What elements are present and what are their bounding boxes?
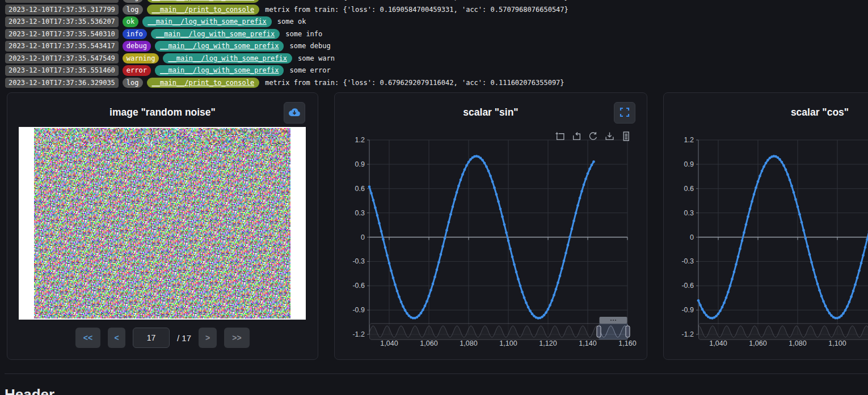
log-source-badge: __main__/log_with_some_prefix: [142, 16, 272, 27]
y-axis-label: -0.6: [681, 282, 694, 290]
data-point: [456, 191, 458, 194]
page-number-input[interactable]: [133, 328, 170, 348]
last-page-button[interactable]: >>: [224, 328, 250, 348]
data-point: [489, 175, 492, 177]
x-axis-label: 1,120: [539, 339, 557, 347]
data-point: [384, 246, 387, 249]
data-point: [525, 301, 528, 304]
data-point: [727, 291, 730, 294]
data-point: [858, 269, 861, 272]
data-point: [583, 184, 585, 186]
data-point: [864, 246, 867, 249]
data-point: [782, 164, 785, 167]
first-page-button[interactable]: <<: [75, 328, 100, 348]
random-noise-image: [34, 128, 290, 318]
data-point: [505, 231, 508, 234]
data-point: [820, 295, 823, 298]
data-point: [762, 165, 765, 168]
data-point: [576, 204, 579, 207]
x-axis-label: 1,160: [618, 339, 636, 347]
data-point: [541, 316, 543, 318]
data-point: [802, 229, 805, 232]
data-point: [441, 245, 444, 248]
data-point: [826, 309, 829, 312]
log-row: 2023-12-10T17:37:36.329035 log __main__/…: [5, 78, 568, 88]
data-point: [418, 314, 420, 317]
data-point: [800, 221, 803, 224]
prev-page-button[interactable]: <: [108, 328, 125, 348]
refresh-icon[interactable]: [588, 131, 598, 141]
slider-handle-right[interactable]: [626, 326, 630, 337]
log-row: 2023-12-10T17:37:35.551460 error __main_…: [5, 65, 568, 76]
log-level-badge: log: [123, 78, 143, 88]
data-point: [856, 277, 859, 279]
data-point: [386, 254, 389, 257]
data-point: [457, 185, 460, 188]
datazoom-slider[interactable]: [699, 317, 868, 339]
data-point: [497, 200, 500, 203]
data-point: [517, 278, 520, 281]
data-point: [790, 185, 793, 188]
data-point: [824, 305, 827, 308]
data-point: [370, 192, 373, 195]
cos-chart[interactable]: 1.20.90.60.30-0.3-0.6-0.9-1.21,0401,0601…: [664, 93, 868, 354]
data-point: [420, 312, 423, 315]
data-point: [781, 161, 783, 164]
data-point: [460, 179, 462, 181]
log-timestamp: 2023-12-10T17:37:36.329035: [5, 78, 119, 88]
data-point: [568, 236, 571, 239]
log-timestamp: 2023-12-10T17:37:35.547549: [5, 53, 119, 64]
data-point: [513, 263, 516, 266]
data-point: [495, 193, 498, 196]
log-timestamp: 2023-12-10T17:37:35.317799: [5, 5, 119, 15]
data-point: [759, 175, 761, 177]
log-message: some info: [284, 30, 322, 38]
slider-handle-left[interactable]: [597, 326, 601, 337]
data-point: [725, 296, 728, 299]
slider-dim-left: [699, 324, 868, 339]
log-row: 2023-12-10T17:37:35.543417 debug __main_…: [5, 41, 568, 52]
data-point: [840, 315, 843, 317]
y-axis-label: 1.2: [355, 136, 365, 144]
data-point: [852, 290, 855, 292]
data-point: [785, 168, 787, 171]
log-row: 2023-12-10T17:37:35.317799 log __main__/…: [5, 5, 568, 15]
data-point: [390, 269, 393, 272]
x-axis-label: 1,100: [499, 339, 517, 347]
fullscreen-button[interactable]: [614, 102, 635, 124]
log-message: metrix from train: {'loss': 0.6796292079…: [263, 79, 564, 87]
data-point: [448, 221, 450, 224]
data-point: [425, 300, 428, 303]
data-point: [806, 245, 809, 248]
image-card-title: image "random noise": [7, 107, 318, 118]
log-message: some warn: [296, 54, 335, 62]
cloud-download-button[interactable]: [284, 102, 305, 124]
log-row: 2023-12-10T17:37:35.547549 warning __mai…: [5, 53, 568, 64]
datazoom-slider[interactable]: [370, 317, 630, 339]
data-point: [705, 314, 708, 317]
data-point: [483, 162, 486, 164]
data-point: [402, 305, 404, 308]
data-point: [499, 207, 502, 210]
data-point: [507, 240, 510, 243]
data-point: [575, 212, 578, 215]
data-point: [731, 278, 734, 281]
data-point: [798, 213, 801, 216]
data-view-icon[interactable]: [621, 131, 631, 141]
data-point: [553, 294, 555, 297]
data-point: [527, 306, 530, 309]
slider-window[interactable]: [599, 324, 628, 339]
next-page-button[interactable]: >: [199, 328, 217, 348]
data-point: [368, 185, 371, 188]
data-point: [848, 301, 851, 304]
cloud-download-icon: [288, 107, 301, 119]
x-axis-label: 1,080: [460, 339, 477, 347]
marquee-zoom-icon[interactable]: [555, 131, 565, 141]
data-point: [479, 157, 482, 160]
log-level-badge: warning: [123, 53, 159, 64]
data-point: [531, 313, 534, 316]
download-icon[interactable]: [605, 131, 614, 141]
restore-icon[interactable]: [572, 131, 582, 141]
data-point: [503, 223, 506, 226]
log-timestamp: 2023-12-10T17:37:35.543417: [5, 41, 119, 52]
